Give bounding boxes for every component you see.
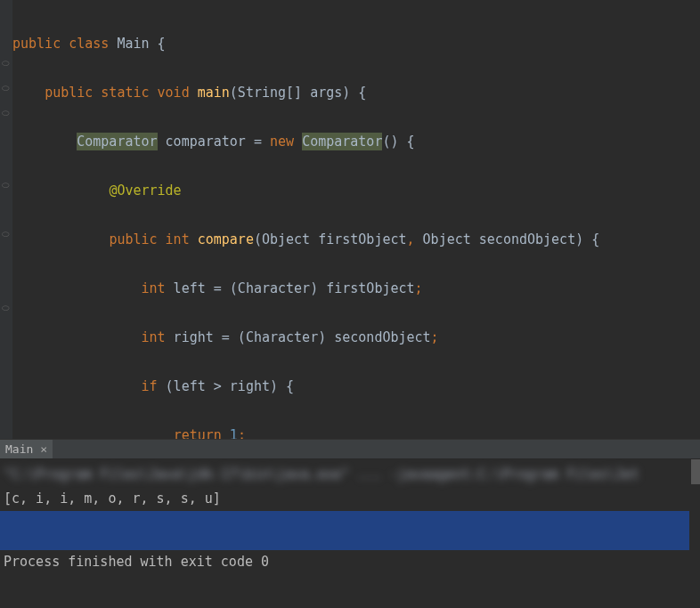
console-output-line: [c, i, i, m, o, r, s, s, u] — [0, 487, 700, 511]
gutter-marker: ⬭ — [2, 230, 11, 239]
param: (Object firstObject — [254, 231, 407, 247]
highlighted-type: Comparator — [302, 133, 382, 150]
method-name: main — [198, 85, 230, 101]
console-command-line: "C:\Program Files\Java\jdk-17\bin\java.e… — [0, 459, 700, 487]
editor-gutter: ⬭ ⬭ ⬭ ⬭ ⬭ ⬭ — [0, 0, 12, 439]
identifier: right = (Character) secondObject — [166, 329, 431, 345]
gutter-marker: ⬭ — [2, 59, 11, 68]
method-name: compare — [198, 231, 254, 247]
number: 1 — [230, 427, 238, 440]
gutter-marker: ⬭ — [2, 304, 11, 312]
highlighted-type: Comparator — [77, 133, 157, 150]
semicolon: ; — [431, 329, 439, 345]
comma: , — [407, 231, 415, 247]
gutter-marker: ⬭ — [2, 109, 11, 118]
console-scrollbar[interactable] — [691, 459, 700, 608]
keyword: int — [142, 280, 166, 296]
console-tab-main[interactable]: Main × — [0, 440, 53, 458]
code-content[interactable]: public class Main { public static void m… — [12, 0, 700, 439]
gutter-marker: ⬭ — [2, 84, 11, 93]
keyword: return — [174, 427, 222, 440]
identifier: comparator = — [158, 134, 270, 150]
space — [222, 427, 230, 440]
semicolon: ; — [238, 427, 246, 440]
scrollbar-thumb[interactable] — [691, 459, 700, 484]
keyword: new — [270, 134, 294, 150]
gutter-marker: ⬭ — [2, 181, 11, 190]
keyword: void — [158, 85, 190, 101]
tab-label: Main — [5, 442, 33, 456]
params: (String[] args) { — [230, 85, 367, 101]
semicolon: ; — [415, 280, 423, 296]
close-icon[interactable]: × — [40, 442, 47, 456]
console-tab-bar: Main × — [0, 439, 700, 459]
keyword: public — [12, 36, 61, 52]
class-name: Main — [117, 36, 149, 52]
console-selection — [0, 511, 689, 550]
keyword: class — [69, 36, 109, 52]
keyword: if — [142, 378, 158, 394]
keyword: public — [45, 85, 93, 101]
run-console[interactable]: "C:\Program Files\Java\jdk-17\bin\java.e… — [0, 459, 700, 608]
condition: (left > right) { — [158, 378, 295, 394]
param: Object secondObject) { — [415, 231, 600, 247]
brace: { — [158, 36, 166, 52]
keyword: int — [166, 231, 190, 247]
annotation: @Override — [109, 182, 181, 199]
tail: () { — [382, 134, 414, 150]
keyword: static — [101, 85, 149, 101]
code-editor[interactable]: ⬭ ⬭ ⬭ ⬭ ⬭ ⬭ public class Main { public s… — [0, 0, 700, 439]
keyword: int — [142, 329, 166, 345]
identifier: left = (Character) firstObject — [166, 280, 415, 296]
console-exit-line: Process finished with exit code 0 — [0, 550, 700, 574]
keyword: public — [109, 231, 157, 247]
